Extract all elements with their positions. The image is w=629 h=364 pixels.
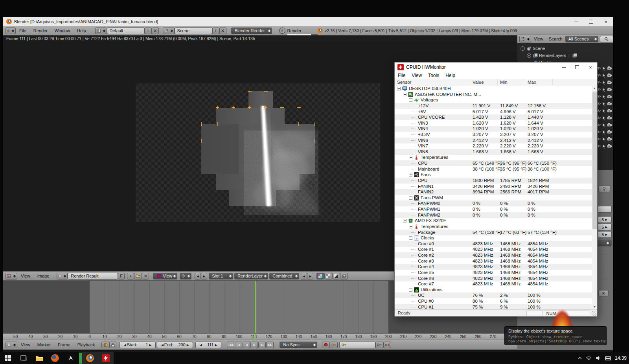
sensor-row[interactable]: Core #54823 MHz1468 MHz4854 MHz — [395, 270, 592, 276]
selectable-cursor-icon[interactable] — [602, 130, 606, 135]
channel-color-button[interactable] — [324, 273, 332, 279]
sensor-row[interactable]: CPU65 °C (149 °F)36 °C (96 °F)66 °C (150… — [395, 160, 592, 166]
tl-menu-playback[interactable]: Playback — [74, 340, 99, 349]
panel-grip[interactable]: ::: — [602, 277, 608, 281]
selectable-cursor-icon[interactable] — [602, 87, 606, 92]
clear-button-sliver[interactable]: ✕ — [598, 290, 609, 297]
hwmonitor-taskbar-button[interactable] — [98, 352, 114, 364]
render-camera-icon[interactable] — [607, 80, 612, 85]
cancel-render-button[interactable]: ✕ — [279, 28, 285, 34]
prev-keyframe-button[interactable]: |◀ — [235, 342, 242, 348]
delete-layout-button[interactable]: ✕ — [152, 28, 159, 34]
hwm-close-button[interactable]: × — [584, 63, 597, 72]
delete-scene-button[interactable]: ✕ — [219, 28, 226, 34]
selectable-cursor-icon[interactable] — [602, 137, 606, 142]
selectable-cursor-icon[interactable] — [602, 73, 606, 78]
next-pass-button[interactable]: ▸ — [307, 273, 313, 279]
new-image-button[interactable]: + — [127, 273, 134, 279]
next-slot-button[interactable]: ▸ — [201, 273, 207, 279]
tree-expander-icon[interactable] — [409, 173, 412, 176]
outliner-menu-search[interactable]: Search — [546, 34, 565, 44]
unlink-image-button[interactable]: ✕ — [142, 273, 149, 279]
size-z-field[interactable]: 5 ▸ — [598, 231, 612, 238]
selectable-cursor-icon[interactable] — [602, 144, 606, 149]
scroll-up-arrow[interactable]: ▲ — [592, 86, 597, 91]
sensor-row[interactable]: Voltages — [395, 97, 592, 103]
sensor-row[interactable]: Core #24823 MHz1468 MHz4854 MHz — [395, 252, 592, 258]
sensor-row[interactable]: Core #14823 MHz1468 MHz4854 MHz — [395, 246, 592, 252]
tree-expander-icon[interactable] — [409, 236, 412, 240]
auto-keyframe-button[interactable] — [322, 342, 330, 348]
sensor-row[interactable]: ASUSTeK COMPUTER INC. M... — [395, 92, 592, 97]
taskbar-clock[interactable]: 14:39 — [615, 355, 627, 361]
play-reverse-button[interactable]: ◀ — [243, 342, 250, 348]
render-camera-icon[interactable] — [607, 94, 612, 99]
editor-type-outliner-button[interactable] — [519, 36, 531, 42]
sensor-row[interactable]: Temperatures — [395, 224, 592, 230]
sensor-row[interactable]: FANPWM10 %0 %0 % — [395, 206, 592, 212]
render-camera-icon[interactable] — [607, 73, 612, 78]
fake-user-button[interactable]: F — [118, 273, 125, 279]
screen-layout-field[interactable]: Default — [107, 28, 145, 34]
jump-to-start-button[interactable]: |◀◀ — [227, 342, 234, 348]
menu-render[interactable]: Render — [30, 26, 51, 35]
selectable-cursor-icon[interactable] — [602, 101, 606, 107]
sensor-row[interactable]: Package54 °C (128 °F)17 °C (63 °F)57 °C … — [395, 230, 592, 235]
outliner-menu-view[interactable]: View — [531, 34, 546, 44]
channel-alpha-button[interactable] — [332, 273, 340, 279]
dropdown-sliver[interactable] — [598, 240, 612, 246]
panel-grip[interactable]: ::: — [602, 253, 608, 257]
render-display-button[interactable] — [180, 273, 191, 279]
scene-icon-button[interactable] — [163, 28, 175, 34]
blender-title-bar[interactable]: Blender [D:\Arquivos_Importantes\ANIMACA… — [3, 17, 613, 26]
outliner-search-box[interactable] — [600, 36, 613, 42]
sensor-row[interactable]: Temperatures — [395, 154, 592, 160]
render-camera-icon[interactable] — [607, 137, 612, 142]
play-button[interactable]: ▶ — [250, 342, 258, 348]
prev-pass-button[interactable]: ◂ — [301, 273, 307, 279]
render-camera-icon[interactable] — [607, 116, 612, 121]
firefox-button[interactable] — [47, 352, 63, 364]
timeline-ruler[interactable]: -50-40-30-20-100102030405060708090100110… — [3, 333, 517, 340]
tree-expander-icon[interactable] — [409, 288, 412, 292]
menu-file[interactable]: File — [16, 26, 30, 35]
render-camera-icon[interactable] — [607, 87, 612, 92]
selectable-cursor-icon[interactable] — [602, 108, 606, 114]
tl-menu-frame[interactable]: Frame — [54, 340, 74, 349]
sensor-row[interactable]: CPU #175 %9 %100 % — [395, 304, 592, 309]
sensor-row[interactable]: VIN41.020 V1.020 V1.020 V — [395, 126, 592, 132]
frame-end-field[interactable]: ◂End:200 ▸ — [157, 342, 193, 348]
tree-expander-icon[interactable] — [409, 196, 412, 200]
selectable-cursor-icon[interactable] — [602, 66, 606, 71]
sensor-row[interactable]: Mainboard38 °C (100 °F)35 °C (95 °F)38 °… — [395, 166, 592, 172]
tl-menu-view[interactable]: View — [17, 340, 34, 349]
jump-to-end-button[interactable]: ▶▶| — [266, 342, 274, 348]
render-camera-icon[interactable] — [607, 123, 612, 128]
hwm-menu-tools[interactable]: Tools — [425, 73, 442, 78]
tree-expander-icon[interactable] — [409, 98, 412, 102]
hwm-maximize-button[interactable] — [570, 63, 584, 72]
render-camera-icon[interactable] — [607, 130, 612, 135]
close-button[interactable]: × — [598, 17, 613, 26]
sensor-row[interactable]: VIN72.220 V2.220 V2.220 V — [395, 143, 592, 149]
prev-slot-button[interactable]: ◂ — [195, 273, 201, 279]
keyboard-icon[interactable] — [605, 356, 611, 360]
tray-expand-icon[interactable] — [578, 356, 582, 360]
sensor-row[interactable]: Fans PWM — [395, 195, 592, 201]
render-pass-dropdown[interactable]: Combined — [269, 273, 299, 279]
sensor-row[interactable]: CPU1800 RPM1785 RPM1824 RPM — [395, 178, 592, 184]
sensor-row[interactable]: DESKTOP-03LB40H — [395, 86, 592, 92]
channel-color-alpha-button[interactable] — [316, 273, 324, 279]
editor-type-timeline-button[interactable] — [6, 342, 17, 348]
sensor-row[interactable]: VIN62.412 V2.412 V2.412 V — [395, 138, 592, 143]
blender-taskbar-button[interactable] — [82, 352, 98, 364]
open-image-button[interactable] — [134, 273, 142, 279]
next-keyframe-button[interactable]: ▶| — [258, 342, 266, 348]
column-max[interactable]: Max — [525, 79, 553, 85]
panel-button-sliver[interactable] — [598, 206, 612, 213]
hwm-menu-view[interactable]: View — [408, 73, 425, 78]
add-layout-button[interactable]: + — [145, 28, 152, 34]
start-button[interactable] — [0, 352, 16, 364]
sensor-row[interactable]: Core #04823 MHz1468 MHz4854 MHz — [395, 241, 592, 247]
sensor-row[interactable]: νClocks — [395, 235, 592, 241]
